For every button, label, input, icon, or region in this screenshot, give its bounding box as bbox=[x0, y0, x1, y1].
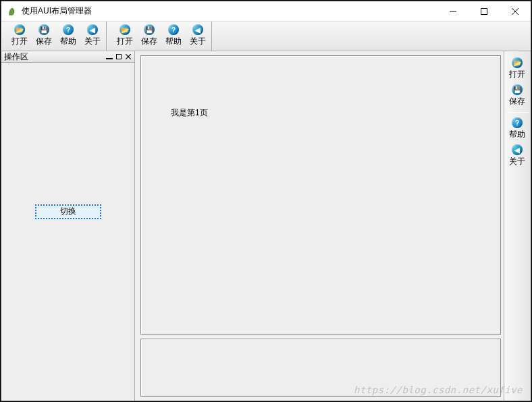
toolbar-separator bbox=[506, 112, 529, 113]
app-icon bbox=[7, 6, 18, 17]
toolbar-group-1: 📂打开 💾保存 ?帮助 ◀关于 bbox=[1, 22, 107, 51]
content-pane-bottom bbox=[140, 339, 501, 397]
open-button[interactable]: 📂打开 bbox=[7, 22, 32, 49]
help-button-2[interactable]: ?帮助 bbox=[161, 22, 186, 49]
about-icon: ◀ bbox=[87, 24, 98, 35]
help-icon: ? bbox=[63, 24, 74, 35]
titlebar[interactable]: 使用AUI布局管理器 bbox=[1, 1, 531, 22]
open-icon: 📂 bbox=[512, 57, 523, 68]
right-toolbar: 📂打开 💾保存 ?帮助 ◀关于 bbox=[504, 51, 531, 401]
panel-body: 切换 bbox=[1, 63, 134, 401]
page-text: 我是第1页 bbox=[171, 107, 208, 119]
about-icon: ◀ bbox=[512, 144, 523, 155]
save-icon: 💾 bbox=[38, 24, 49, 35]
content-pane-top: 我是第1页 bbox=[140, 55, 501, 335]
help-icon: ? bbox=[512, 117, 523, 128]
panel-maximize-icon[interactable] bbox=[114, 52, 124, 61]
window-title: 使用AUI布局管理器 bbox=[22, 5, 437, 17]
close-button[interactable] bbox=[500, 1, 531, 21]
save-icon: 💾 bbox=[144, 24, 155, 35]
save-icon: 💾 bbox=[512, 84, 523, 95]
right-about-button[interactable]: ◀关于 bbox=[505, 142, 529, 169]
toolbar-group-2: 📂打开 💾保存 ?帮助 ◀关于 bbox=[107, 22, 212, 51]
right-help-button[interactable]: ?帮助 bbox=[505, 115, 529, 142]
left-panel: 操作区 切换 bbox=[1, 51, 135, 401]
minimize-button[interactable] bbox=[437, 1, 469, 21]
open-icon: 📂 bbox=[14, 24, 25, 35]
save-button[interactable]: 💾保存 bbox=[32, 22, 56, 49]
body-area: 操作区 切换 我是第1页 📂打开 💾保存 ?帮助 ◀关于 bbox=[1, 51, 531, 401]
panel-minimize-icon[interactable] bbox=[105, 52, 114, 61]
save-button-2[interactable]: 💾保存 bbox=[137, 22, 161, 49]
open-icon: 📂 bbox=[119, 24, 130, 35]
panel-title: 操作区 bbox=[3, 51, 105, 63]
svg-rect-4 bbox=[106, 58, 113, 59]
help-button[interactable]: ?帮助 bbox=[56, 22, 80, 49]
help-icon: ? bbox=[168, 24, 179, 35]
right-save-button[interactable]: 💾保存 bbox=[505, 82, 529, 109]
about-icon: ◀ bbox=[192, 24, 203, 35]
open-button-2[interactable]: 📂打开 bbox=[113, 22, 137, 49]
top-toolbar-row: 📂打开 💾保存 ?帮助 ◀关于 📂打开 💾保存 ?帮助 ◀关于 bbox=[1, 22, 531, 51]
center-area: 我是第1页 bbox=[140, 55, 501, 397]
about-button-2[interactable]: ◀关于 bbox=[186, 22, 210, 49]
about-button[interactable]: ◀关于 bbox=[80, 22, 105, 49]
right-open-button[interactable]: 📂打开 bbox=[505, 55, 529, 82]
maximize-button[interactable] bbox=[469, 1, 500, 21]
panel-header[interactable]: 操作区 bbox=[1, 51, 134, 63]
app-window: 使用AUI布局管理器 📂打开 💾保存 ?帮助 ◀关于 📂打开 💾保存 ?帮助 ◀… bbox=[1, 1, 531, 401]
svg-rect-1 bbox=[481, 8, 487, 14]
svg-rect-5 bbox=[117, 55, 122, 59]
panel-close-icon[interactable] bbox=[124, 52, 133, 61]
switch-button[interactable]: 切换 bbox=[35, 204, 101, 219]
window-controls bbox=[437, 1, 531, 21]
